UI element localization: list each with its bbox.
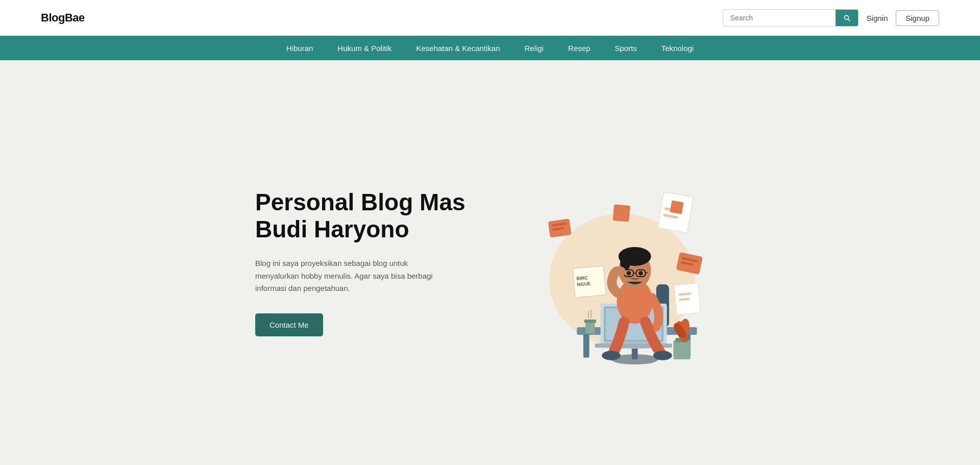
svg-rect-46 — [673, 340, 691, 359]
nav-item-teknologi[interactable]: Teknologi — [662, 42, 694, 55]
svg-rect-4 — [670, 200, 683, 214]
svg-rect-8 — [612, 204, 630, 222]
signin-button[interactable]: Signin — [867, 14, 888, 22]
nav-item-hiburan[interactable]: Hiburan — [286, 42, 313, 55]
header-right: Signin Signup — [723, 9, 939, 27]
svg-text:BIRC: BIRC — [576, 275, 589, 281]
svg-rect-19 — [583, 334, 590, 357]
svg-point-43 — [639, 271, 643, 275]
search-input[interactable] — [723, 10, 836, 26]
hero-title: Personal Blog Mas Budi Haryono — [255, 189, 470, 243]
svg-point-45 — [653, 351, 672, 360]
svg-point-36 — [622, 247, 647, 261]
nav-item-kesehatan-kecantikan[interactable]: Kesehatan & Kecantikan — [416, 42, 500, 55]
svg-point-44 — [602, 351, 621, 360]
svg-rect-52 — [584, 319, 596, 323]
hero-section: Personal Blog Mas Budi Haryono Blog ini … — [0, 60, 980, 465]
signup-button[interactable]: Signup — [896, 10, 939, 26]
search-icon — [843, 14, 851, 22]
navbar: HiburanHukum & PolitikKesehatan & Kecant… — [0, 36, 980, 60]
nav-item-hukum-politik[interactable]: Hukum & Politik — [337, 42, 391, 55]
logo: BlogBae — [41, 11, 85, 25]
contact-me-button[interactable]: Contact Me — [255, 313, 323, 336]
nav-item-resep[interactable]: Resep — [568, 42, 590, 55]
nav-item-sports[interactable]: Sports — [615, 42, 636, 55]
hero-text: Personal Blog Mas Budi Haryono Blog ini … — [255, 189, 470, 336]
hero-description: Blog ini saya proyeksikan sebagai blog u… — [255, 257, 449, 295]
search-wrapper — [723, 9, 859, 27]
svg-point-42 — [627, 271, 631, 275]
search-button[interactable] — [836, 10, 858, 26]
header: BlogBae Signin Signup — [0, 0, 980, 36]
nav-item-religi[interactable]: Religi — [525, 42, 544, 55]
illustration-svg: BIRC NGUE — [510, 156, 725, 370]
hero-illustration: BIRC NGUE — [510, 156, 725, 370]
